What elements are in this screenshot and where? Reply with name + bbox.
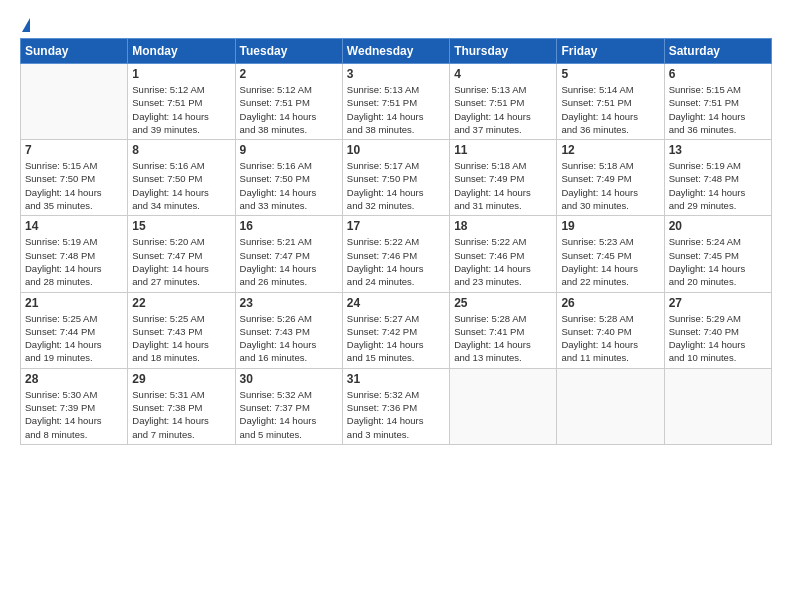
week-row-2: 7Sunrise: 5:15 AM Sunset: 7:50 PM Daylig… (21, 140, 772, 216)
week-row-3: 14Sunrise: 5:19 AM Sunset: 7:48 PM Dayli… (21, 216, 772, 292)
column-header-wednesday: Wednesday (342, 39, 449, 64)
column-header-sunday: Sunday (21, 39, 128, 64)
day-number: 26 (561, 296, 659, 310)
day-number: 12 (561, 143, 659, 157)
week-row-5: 28Sunrise: 5:30 AM Sunset: 7:39 PM Dayli… (21, 368, 772, 444)
day-info: Sunrise: 5:32 AM Sunset: 7:37 PM Dayligh… (240, 388, 338, 441)
day-cell: 6Sunrise: 5:15 AM Sunset: 7:51 PM Daylig… (664, 64, 771, 140)
day-info: Sunrise: 5:13 AM Sunset: 7:51 PM Dayligh… (347, 83, 445, 136)
day-info: Sunrise: 5:15 AM Sunset: 7:51 PM Dayligh… (669, 83, 767, 136)
week-row-1: 1Sunrise: 5:12 AM Sunset: 7:51 PM Daylig… (21, 64, 772, 140)
day-cell: 11Sunrise: 5:18 AM Sunset: 7:49 PM Dayli… (450, 140, 557, 216)
day-cell: 13Sunrise: 5:19 AM Sunset: 7:48 PM Dayli… (664, 140, 771, 216)
day-info: Sunrise: 5:28 AM Sunset: 7:41 PM Dayligh… (454, 312, 552, 365)
day-cell: 26Sunrise: 5:28 AM Sunset: 7:40 PM Dayli… (557, 292, 664, 368)
day-number: 15 (132, 219, 230, 233)
day-cell: 17Sunrise: 5:22 AM Sunset: 7:46 PM Dayli… (342, 216, 449, 292)
calendar-table: SundayMondayTuesdayWednesdayThursdayFrid… (20, 38, 772, 445)
day-number: 7 (25, 143, 123, 157)
day-number: 5 (561, 67, 659, 81)
logo (20, 10, 30, 32)
day-info: Sunrise: 5:27 AM Sunset: 7:42 PM Dayligh… (347, 312, 445, 365)
day-info: Sunrise: 5:22 AM Sunset: 7:46 PM Dayligh… (454, 235, 552, 288)
day-info: Sunrise: 5:25 AM Sunset: 7:44 PM Dayligh… (25, 312, 123, 365)
day-number: 2 (240, 67, 338, 81)
day-cell: 7Sunrise: 5:15 AM Sunset: 7:50 PM Daylig… (21, 140, 128, 216)
day-number: 28 (25, 372, 123, 386)
day-info: Sunrise: 5:20 AM Sunset: 7:47 PM Dayligh… (132, 235, 230, 288)
day-info: Sunrise: 5:19 AM Sunset: 7:48 PM Dayligh… (669, 159, 767, 212)
day-cell: 15Sunrise: 5:20 AM Sunset: 7:47 PM Dayli… (128, 216, 235, 292)
day-cell: 4Sunrise: 5:13 AM Sunset: 7:51 PM Daylig… (450, 64, 557, 140)
day-number: 16 (240, 219, 338, 233)
day-number: 24 (347, 296, 445, 310)
day-number: 25 (454, 296, 552, 310)
day-number: 29 (132, 372, 230, 386)
day-info: Sunrise: 5:16 AM Sunset: 7:50 PM Dayligh… (132, 159, 230, 212)
day-cell: 18Sunrise: 5:22 AM Sunset: 7:46 PM Dayli… (450, 216, 557, 292)
day-number: 11 (454, 143, 552, 157)
column-header-friday: Friday (557, 39, 664, 64)
column-header-thursday: Thursday (450, 39, 557, 64)
day-cell: 28Sunrise: 5:30 AM Sunset: 7:39 PM Dayli… (21, 368, 128, 444)
day-cell: 20Sunrise: 5:24 AM Sunset: 7:45 PM Dayli… (664, 216, 771, 292)
day-info: Sunrise: 5:19 AM Sunset: 7:48 PM Dayligh… (25, 235, 123, 288)
day-number: 27 (669, 296, 767, 310)
day-number: 3 (347, 67, 445, 81)
day-cell: 12Sunrise: 5:18 AM Sunset: 7:49 PM Dayli… (557, 140, 664, 216)
day-cell: 2Sunrise: 5:12 AM Sunset: 7:51 PM Daylig… (235, 64, 342, 140)
day-info: Sunrise: 5:13 AM Sunset: 7:51 PM Dayligh… (454, 83, 552, 136)
week-row-4: 21Sunrise: 5:25 AM Sunset: 7:44 PM Dayli… (21, 292, 772, 368)
day-number: 31 (347, 372, 445, 386)
day-info: Sunrise: 5:28 AM Sunset: 7:40 PM Dayligh… (561, 312, 659, 365)
day-cell: 14Sunrise: 5:19 AM Sunset: 7:48 PM Dayli… (21, 216, 128, 292)
day-info: Sunrise: 5:31 AM Sunset: 7:38 PM Dayligh… (132, 388, 230, 441)
day-cell (21, 64, 128, 140)
day-cell: 30Sunrise: 5:32 AM Sunset: 7:37 PM Dayli… (235, 368, 342, 444)
day-cell: 5Sunrise: 5:14 AM Sunset: 7:51 PM Daylig… (557, 64, 664, 140)
day-number: 4 (454, 67, 552, 81)
day-info: Sunrise: 5:29 AM Sunset: 7:40 PM Dayligh… (669, 312, 767, 365)
day-number: 13 (669, 143, 767, 157)
day-info: Sunrise: 5:17 AM Sunset: 7:50 PM Dayligh… (347, 159, 445, 212)
day-cell: 10Sunrise: 5:17 AM Sunset: 7:50 PM Dayli… (342, 140, 449, 216)
day-cell: 29Sunrise: 5:31 AM Sunset: 7:38 PM Dayli… (128, 368, 235, 444)
day-info: Sunrise: 5:32 AM Sunset: 7:36 PM Dayligh… (347, 388, 445, 441)
day-number: 14 (25, 219, 123, 233)
day-cell: 19Sunrise: 5:23 AM Sunset: 7:45 PM Dayli… (557, 216, 664, 292)
day-cell: 9Sunrise: 5:16 AM Sunset: 7:50 PM Daylig… (235, 140, 342, 216)
day-cell (557, 368, 664, 444)
column-header-tuesday: Tuesday (235, 39, 342, 64)
day-cell: 22Sunrise: 5:25 AM Sunset: 7:43 PM Dayli… (128, 292, 235, 368)
day-info: Sunrise: 5:18 AM Sunset: 7:49 PM Dayligh… (561, 159, 659, 212)
day-cell: 21Sunrise: 5:25 AM Sunset: 7:44 PM Dayli… (21, 292, 128, 368)
day-cell (450, 368, 557, 444)
day-number: 6 (669, 67, 767, 81)
header-row: SundayMondayTuesdayWednesdayThursdayFrid… (21, 39, 772, 64)
day-info: Sunrise: 5:16 AM Sunset: 7:50 PM Dayligh… (240, 159, 338, 212)
column-header-saturday: Saturday (664, 39, 771, 64)
column-header-monday: Monday (128, 39, 235, 64)
day-cell: 24Sunrise: 5:27 AM Sunset: 7:42 PM Dayli… (342, 292, 449, 368)
day-info: Sunrise: 5:22 AM Sunset: 7:46 PM Dayligh… (347, 235, 445, 288)
day-number: 18 (454, 219, 552, 233)
day-info: Sunrise: 5:21 AM Sunset: 7:47 PM Dayligh… (240, 235, 338, 288)
day-cell: 25Sunrise: 5:28 AM Sunset: 7:41 PM Dayli… (450, 292, 557, 368)
day-number: 1 (132, 67, 230, 81)
day-cell: 27Sunrise: 5:29 AM Sunset: 7:40 PM Dayli… (664, 292, 771, 368)
day-info: Sunrise: 5:24 AM Sunset: 7:45 PM Dayligh… (669, 235, 767, 288)
day-cell: 8Sunrise: 5:16 AM Sunset: 7:50 PM Daylig… (128, 140, 235, 216)
day-number: 9 (240, 143, 338, 157)
day-number: 23 (240, 296, 338, 310)
logo-triangle-icon (22, 18, 30, 32)
day-info: Sunrise: 5:18 AM Sunset: 7:49 PM Dayligh… (454, 159, 552, 212)
day-cell (664, 368, 771, 444)
day-info: Sunrise: 5:12 AM Sunset: 7:51 PM Dayligh… (240, 83, 338, 136)
day-cell: 16Sunrise: 5:21 AM Sunset: 7:47 PM Dayli… (235, 216, 342, 292)
day-info: Sunrise: 5:15 AM Sunset: 7:50 PM Dayligh… (25, 159, 123, 212)
day-cell: 3Sunrise: 5:13 AM Sunset: 7:51 PM Daylig… (342, 64, 449, 140)
day-info: Sunrise: 5:14 AM Sunset: 7:51 PM Dayligh… (561, 83, 659, 136)
day-info: Sunrise: 5:26 AM Sunset: 7:43 PM Dayligh… (240, 312, 338, 365)
day-number: 20 (669, 219, 767, 233)
day-cell: 31Sunrise: 5:32 AM Sunset: 7:36 PM Dayli… (342, 368, 449, 444)
